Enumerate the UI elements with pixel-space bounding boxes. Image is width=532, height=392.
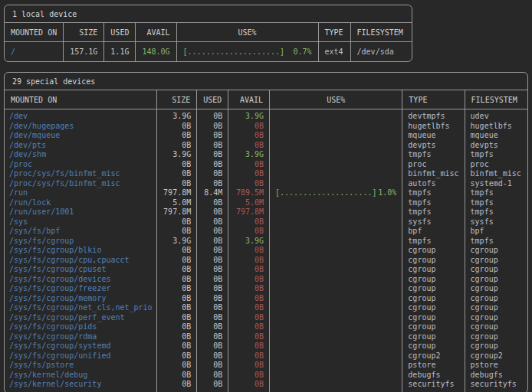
- type-cell: ext4: [318, 42, 350, 62]
- type-cell: cgroup: [402, 322, 465, 332]
- filesystem-cell: tmpfs: [465, 207, 527, 217]
- device-row: /sys/fs/cgroup3.9G0B3.9Gtmpfstmpfs: [5, 237, 527, 247]
- avail-cell: 0B: [228, 322, 270, 332]
- used-cell: 0B: [197, 341, 228, 351]
- type-cell: securityfs: [402, 380, 465, 392]
- device-row: /proc0B0B0Bprocproc: [5, 160, 527, 170]
- col-header-avail: AVAIL: [136, 23, 176, 42]
- local-devices-panel: 1 local device MOUNTED ONSIZEUSEDAVAILUS…: [4, 5, 412, 62]
- size-cell: 0B: [157, 341, 197, 351]
- use-percent-cell: [270, 217, 402, 227]
- mounted-on-cell: /sys/fs/cgroup/memory: [5, 294, 157, 304]
- filesystem-cell: cgroup: [465, 294, 527, 304]
- use-percent-cell: [....................]1.0%: [270, 188, 402, 198]
- col-header-filesystem: FILESYSTEM: [465, 90, 527, 109]
- device-row: /run/lock5.0M0B5.0Mtmpfstmpfs: [5, 198, 527, 208]
- used-cell: 0B: [197, 284, 228, 294]
- type-cell: tmpfs: [402, 150, 465, 160]
- avail-cell: 3.9G: [228, 150, 270, 160]
- avail-cell: 5.0M: [228, 198, 270, 208]
- use-percent-cell: [....................]0.7%: [176, 42, 318, 62]
- local-header-row: MOUNTED ONSIZEUSEDAVAILUSE%TYPEFILESYSTE…: [5, 23, 412, 42]
- mounted-on-cell: /dev: [5, 109, 157, 122]
- size-cell: 0B: [157, 246, 197, 256]
- avail-cell: 3.9G: [228, 237, 270, 247]
- type-cell: tmpfs: [402, 237, 465, 247]
- use-percent-cell: [270, 303, 402, 313]
- filesystem-cell: systemd-1: [465, 179, 527, 189]
- type-cell: devtmpfs: [402, 109, 465, 122]
- avail-cell: 0B: [228, 122, 270, 132]
- device-row: /sys0B0B0Bsysfssysfs: [5, 217, 527, 227]
- type-cell: hugetlbfs: [402, 122, 465, 132]
- type-cell: cgroup: [402, 332, 465, 342]
- device-row: /sys/kernel/security0B0B0Bsecurityfssecu…: [5, 380, 527, 392]
- mounted-on-cell: /sys/fs/cgroup/pids: [5, 322, 157, 332]
- size-cell: 0B: [157, 265, 197, 275]
- special-header-row: MOUNTED ONSIZEUSEDAVAILUSE%TYPEFILESYSTE…: [5, 90, 527, 109]
- use-percent-cell: [270, 237, 402, 247]
- used-cell: 0B: [197, 313, 228, 323]
- col-header-use: USE%: [270, 90, 402, 109]
- used-cell: 0B: [197, 109, 228, 122]
- size-cell: 0B: [157, 169, 197, 179]
- filesystem-cell: proc: [465, 160, 527, 170]
- use-percent-cell: [270, 141, 402, 151]
- use-percent-cell: [270, 150, 402, 160]
- avail-cell: 0B: [228, 361, 270, 371]
- size-cell: 0B: [157, 322, 197, 332]
- device-row: /sys/fs/cgroup/freezer0B0B0Bcgroupcgroup: [5, 284, 527, 294]
- device-row: /sys/fs/cgroup/memory0B0B0Bcgroupcgroup: [5, 294, 527, 304]
- mounted-on-cell: /sys/fs/cgroup/blkio: [5, 246, 157, 256]
- used-cell: 0B: [197, 265, 228, 275]
- mounted-on-cell: /sys/fs/cgroup/cpu,cpuacct: [5, 256, 157, 266]
- used-cell: 0B: [197, 198, 228, 208]
- device-row: /run797.8M8.4M789.5M[...................…: [5, 188, 527, 198]
- mounted-on-cell: /: [5, 42, 64, 62]
- size-cell: 3.9G: [157, 237, 197, 247]
- used-cell: 0B: [197, 160, 228, 170]
- filesystem-cell: devpts: [465, 141, 527, 151]
- use-percent-cell: [270, 160, 402, 170]
- mounted-on-cell: /proc/sys/fs/binfmt_misc: [5, 169, 157, 179]
- use-percent-cell: [270, 207, 402, 217]
- filesystem-cell: /dev/sda: [350, 42, 412, 62]
- avail-cell: 0B: [228, 313, 270, 323]
- type-cell: cgroup: [402, 265, 465, 275]
- device-row: /sys/fs/bpf0B0B0Bbpfbpf: [5, 227, 527, 237]
- used-cell: 0B: [197, 275, 228, 285]
- avail-cell: 0B: [228, 217, 270, 227]
- used-cell: 0B: [197, 371, 228, 381]
- use-percent-cell: [270, 227, 402, 237]
- avail-cell: 0B: [228, 169, 270, 179]
- type-cell: cgroup: [402, 313, 465, 323]
- size-cell: 0B: [157, 275, 197, 285]
- device-row: /sys/kernel/debug0B0B0Bdebugfsdebugfs: [5, 371, 527, 381]
- type-cell: tmpfs: [402, 207, 465, 217]
- type-cell: debugfs: [402, 371, 465, 381]
- size-cell: 0B: [157, 294, 197, 304]
- type-cell: cgroup2: [402, 351, 465, 361]
- device-row: /sys/fs/pstore0B0B0Bpstorepstore: [5, 361, 527, 371]
- used-cell: 0B: [197, 256, 228, 266]
- mounted-on-cell: /dev/hugepages: [5, 122, 157, 132]
- use-percent-cell: [270, 284, 402, 294]
- used-cell: 0B: [197, 131, 228, 141]
- size-cell: 0B: [157, 371, 197, 381]
- used-cell: 0B: [197, 380, 228, 392]
- device-row: /sys/fs/cgroup/systemd0B0B0Bcgroupcgroup: [5, 341, 527, 351]
- device-row: /sys/fs/cgroup/perf_event0B0B0Bcgroupcgr…: [5, 313, 527, 323]
- avail-cell: 0B: [228, 265, 270, 275]
- avail-cell: 0B: [228, 294, 270, 304]
- size-cell: 0B: [157, 303, 197, 313]
- type-cell: mqueue: [402, 131, 465, 141]
- col-header-mounted-on: MOUNTED ON: [5, 90, 157, 109]
- filesystem-cell: cgroup: [465, 313, 527, 323]
- filesystem-cell: debugfs: [465, 371, 527, 381]
- mounted-on-cell: /sys/fs/cgroup/rdma: [5, 332, 157, 342]
- mounted-on-cell: /dev/shm: [5, 150, 157, 160]
- used-cell: 0B: [197, 361, 228, 371]
- mounted-on-cell: /sys/fs/cgroup/unified: [5, 351, 157, 361]
- mounted-on-cell: /proc/sys/fs/binfmt_misc: [5, 179, 157, 189]
- size-cell: 0B: [157, 217, 197, 227]
